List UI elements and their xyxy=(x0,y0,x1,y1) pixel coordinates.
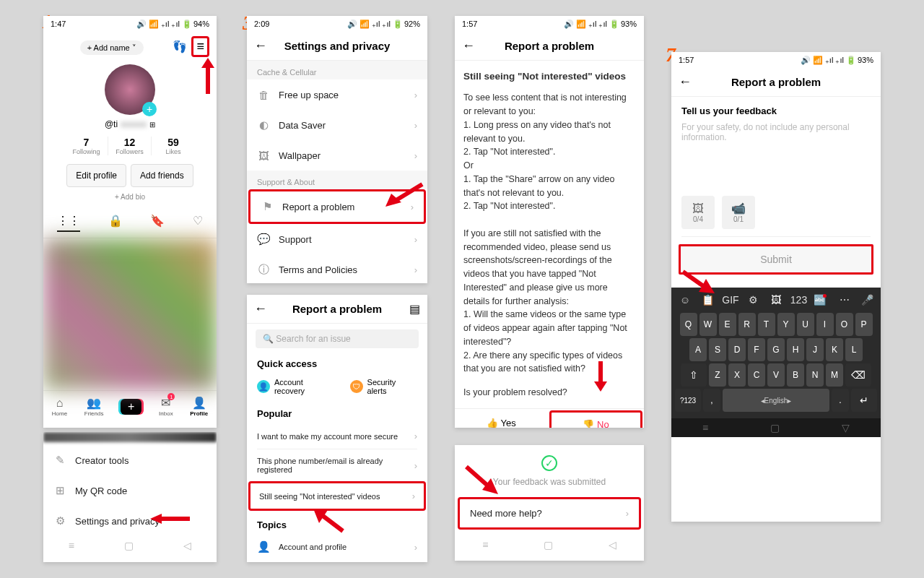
key-x[interactable]: X xyxy=(728,363,746,387)
article-body: Still seeing "Not interested" videos To … xyxy=(455,61,644,408)
page-title: Report a problem xyxy=(693,76,859,88)
comma-key[interactable]: , xyxy=(703,389,720,412)
keyboard: ☺ 📋 GIF ⚙ 🖼 123 🔤 ⋯ 🎤 QWERTYUIOP ASDFGHJ… xyxy=(671,288,881,418)
back-icon[interactable]: ← xyxy=(254,301,269,316)
tab-heart-icon[interactable]: ♡ xyxy=(193,214,203,232)
menu-qr-code[interactable]: ⊞My QR code xyxy=(43,475,217,506)
video-grid-blurred xyxy=(43,238,217,390)
row-free-up-space[interactable]: 🗑Free up space› xyxy=(247,79,427,110)
key-p[interactable]: P xyxy=(855,313,873,336)
popular-item-1[interactable]: I want to make my account more secure› xyxy=(247,423,427,449)
quick-security-alerts[interactable]: 🛡Security alerts xyxy=(350,378,417,395)
key-m[interactable]: M xyxy=(826,363,843,387)
space-key[interactable]: ◂ English ▸ xyxy=(723,389,829,412)
key-h[interactable]: H xyxy=(787,338,804,361)
page-title: Report a problem xyxy=(269,303,406,315)
key-t[interactable]: T xyxy=(758,313,775,336)
add-friends-button[interactable]: Add friends xyxy=(131,164,193,187)
tab-bookmark-icon[interactable]: 🔖 xyxy=(150,214,165,232)
key-z[interactable]: Z xyxy=(709,363,726,387)
row-terms[interactable]: ⓘTerms and Policies› xyxy=(247,254,427,283)
nav-create[interactable]: + xyxy=(121,399,141,415)
key-s[interactable]: S xyxy=(709,338,726,361)
key-r[interactable]: R xyxy=(738,313,756,336)
wallpaper-icon: 🖼 xyxy=(257,149,270,162)
nav-inbox[interactable]: ✉1Inbox xyxy=(159,396,173,417)
add-name-button[interactable]: + Add name ˅ xyxy=(80,40,144,55)
sticker-key[interactable]: 🖼 xyxy=(767,292,785,308)
period-key[interactable]: . xyxy=(832,389,849,412)
following-stat[interactable]: 7Following xyxy=(65,137,108,155)
likes-stat[interactable]: 59Likes xyxy=(152,137,195,155)
nav-profile[interactable]: 👤Profile xyxy=(190,396,208,417)
attach-video-button[interactable]: 📹0/1 xyxy=(722,196,755,229)
menu-creator-tools[interactable]: ✎Creator tools xyxy=(43,445,217,475)
annotation-arrow xyxy=(462,462,502,499)
key-e[interactable]: E xyxy=(719,313,736,336)
key-f[interactable]: F xyxy=(748,338,765,361)
shift-key[interactable]: ⇧ xyxy=(681,363,707,387)
followers-stat[interactable]: 12Followers xyxy=(108,137,152,155)
row-data-saver[interactable]: ◐Data Saver› xyxy=(247,110,427,140)
more-key[interactable]: ⋯ xyxy=(835,292,854,308)
profile-topbar: + Add name ˅ 👣 ≡ xyxy=(43,32,217,61)
android-nav: ≡▢◁ xyxy=(455,535,644,554)
username[interactable]: @tixxxxxx⊞ xyxy=(43,119,217,129)
avatar[interactable]: + xyxy=(105,64,155,115)
tab-lock-icon[interactable]: 🔒 xyxy=(108,214,123,232)
key-l[interactable]: L xyxy=(845,338,863,361)
nav-friends[interactable]: 👥Friends xyxy=(84,396,104,417)
attach-image-button[interactable]: 🖼0/4 xyxy=(681,196,715,229)
back-icon[interactable]: ← xyxy=(462,38,476,53)
settings-key[interactable]: ⚙ xyxy=(744,292,763,308)
row-wallpaper[interactable]: 🖼Wallpaper› xyxy=(247,140,427,171)
symbols-key[interactable]: ?123 xyxy=(675,389,701,412)
back-icon[interactable]: ← xyxy=(679,74,693,90)
key-a[interactable]: A xyxy=(689,338,707,361)
key-c[interactable]: C xyxy=(748,363,765,387)
key-w[interactable]: W xyxy=(699,313,717,336)
num-key[interactable]: 123 xyxy=(790,292,808,308)
need-more-help-button[interactable]: Need more help?› xyxy=(458,497,641,530)
key-b[interactable]: B xyxy=(787,363,804,387)
key-g[interactable]: G xyxy=(767,338,785,361)
add-bio-button[interactable]: + Add bio xyxy=(43,193,217,201)
profile-tabs: ⋮⋮ 🔒 🔖 ♡ xyxy=(43,208,217,238)
key-y[interactable]: Y xyxy=(777,313,795,336)
edit-profile-button[interactable]: Edit profile xyxy=(66,164,126,187)
footprint-icon[interactable]: 👣 xyxy=(173,40,187,53)
search-input[interactable]: 🔍 Search for an issue xyxy=(256,329,419,348)
mic-key[interactable]: 🎤 xyxy=(858,292,876,308)
key-v[interactable]: V xyxy=(767,363,785,387)
backspace-key[interactable]: ⌫ xyxy=(845,363,871,387)
gif-key[interactable]: GIF xyxy=(721,292,740,308)
yes-button[interactable]: 👍 Yes xyxy=(455,409,548,428)
time: 1:57 xyxy=(462,20,477,28)
key-o[interactable]: O xyxy=(836,313,853,336)
no-button[interactable]: 👎 No xyxy=(549,410,642,428)
feedback-textarea[interactable]: For your safety, do not include any pers… xyxy=(681,122,871,187)
time: 1:47 xyxy=(51,20,66,28)
key-u[interactable]: U xyxy=(797,313,814,336)
android-nav: ≡▢◁ xyxy=(43,422,217,428)
key-j[interactable]: J xyxy=(806,338,824,361)
topic-account[interactable]: 👤Account and profile› xyxy=(247,533,427,561)
key-i[interactable]: I xyxy=(816,313,834,336)
info-icon: ⓘ xyxy=(257,263,270,276)
add-avatar-icon[interactable]: + xyxy=(142,102,157,116)
list-icon[interactable]: ▤ xyxy=(406,302,420,316)
popular-heading: Popular xyxy=(247,404,427,423)
enter-key[interactable]: ↵ xyxy=(851,389,877,412)
key-n[interactable]: N xyxy=(806,363,824,387)
translate-key[interactable]: 🔤 xyxy=(812,292,831,308)
hamburger-menu-icon[interactable]: ≡ xyxy=(191,36,209,57)
back-icon[interactable]: ← xyxy=(254,38,269,53)
key-q[interactable]: Q xyxy=(680,313,697,336)
nav-home[interactable]: ⌂Home xyxy=(52,397,67,417)
row-support[interactable]: 💬Support› xyxy=(247,224,427,254)
quick-account-recovery[interactable]: 👤Account recovery xyxy=(257,378,336,395)
key-d[interactable]: D xyxy=(728,338,746,361)
tab-grid-icon[interactable]: ⋮⋮ xyxy=(57,214,80,232)
key-k[interactable]: K xyxy=(826,338,843,361)
popular-item-2[interactable]: This phone number/email is already regis… xyxy=(247,449,427,481)
